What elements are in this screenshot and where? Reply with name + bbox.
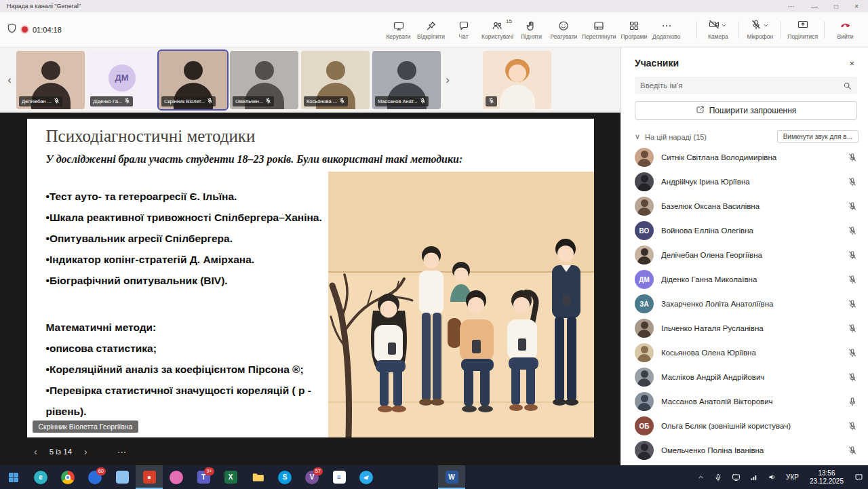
video-tile[interactable]: Омельчен... [230,51,298,109]
participant-row[interactable]: Массанов Анатолій Вікторович [621,389,868,414]
participant-row[interactable]: Ільченко Наталя Русланівна [621,316,868,340]
start-taskbar-icon[interactable] [0,465,27,489]
video-tile[interactable]: Массанов Анат... [372,51,441,109]
maximize-icon[interactable]: □ [834,3,838,10]
participant-row[interactable]: Косьянова Олена Юріївна [621,340,868,365]
tray-network-icon[interactable] [745,465,763,489]
slide-more-icon[interactable]: ⋯ [117,446,127,457]
participant-avatar [635,441,654,460]
participant-avatar [635,392,654,411]
mic-active-icon[interactable] [848,397,857,406]
folder-taskbar-icon[interactable] [244,465,271,489]
titlebar-more-icon[interactable]: ⋯ [788,3,795,10]
chrome-taskbar-icon[interactable] [54,465,81,489]
toolbar-manage-button[interactable]: Керувати [382,18,414,42]
toolbar-leave-button[interactable]: Вийти [829,18,861,42]
mic-muted-icon[interactable] [848,348,857,357]
video-tile[interactable] [483,51,551,109]
strip-next-icon[interactable]: › [442,73,453,87]
participant-row[interactable]: Андрійчук Ірина Юріївна [621,170,868,194]
language-indicator[interactable]: УКР [781,465,804,489]
toolbar-unpin-button[interactable]: Відкріпити [415,18,447,42]
skype-taskbar-icon[interactable]: S [271,465,298,489]
notepad-taskbar-icon[interactable]: ≡ [326,465,353,489]
mic-muted-icon[interactable] [848,299,857,309]
tray-mic-icon[interactable] [709,465,727,489]
toolbar-divider [781,21,781,39]
browser-taskbar-icon[interactable]: 60 [81,465,108,489]
panel-close-icon[interactable]: × [849,58,854,69]
tray-display-icon[interactable] [727,465,745,489]
chevron-down-icon[interactable] [763,22,769,28]
participant-row[interactable]: ВОВойнова Елліна Олегівна [621,218,868,243]
tray-volume-icon[interactable] [763,465,781,489]
participant-row[interactable]: Делічебан Олена Георгіївна [621,243,868,267]
mic-muted-icon[interactable] [848,250,857,260]
toolbar-react-button[interactable]: Реагувати [548,18,580,42]
tray-expand-icon[interactable] [692,465,709,489]
toolbar-apps-button[interactable]: Програми [618,18,650,42]
slide-prev-icon[interactable]: ‹ [34,446,37,457]
excel-taskbar-icon[interactable]: X [217,465,244,489]
strip-prev-icon[interactable]: ‹ [4,73,15,87]
mic-muted-icon[interactable] [848,421,857,431]
notification-center-icon[interactable] [850,465,868,489]
mic-muted-icon[interactable] [848,324,857,333]
search-input[interactable] [640,81,843,90]
paint-taskbar-icon[interactable] [163,465,190,489]
mic-muted-icon[interactable] [848,177,857,187]
mic-muted-icon[interactable] [848,153,857,162]
toolbar-raise-hand-button[interactable]: Підняти [515,18,547,42]
toolbar-more-button[interactable]: Додатково [650,18,682,42]
video-tile[interactable]: ДМДіденко Га... [87,51,156,109]
participant-row[interactable]: Базелюк Оксана Василівна [621,194,868,218]
toolbar-view-button[interactable]: Переглянути [580,18,617,42]
telegram-taskbar-icon[interactable] [353,465,380,489]
toolbar-share-button[interactable]: Поділитися [786,18,819,42]
mic-muted-icon[interactable] [848,446,857,455]
slide-next-icon[interactable]: › [84,446,87,457]
edge-taskbar-icon[interactable]: e [27,465,54,489]
mic-muted-icon[interactable] [848,201,857,211]
participants-panel-title: Учасники [635,58,679,69]
tray-clock[interactable]: 13:56 23.12.2025 [804,465,850,489]
teams-taskbar-icon[interactable]: T9+ [190,465,217,489]
video-strip: ‹ Делічебан ... ДМДіденко Га... Скрінник… [0,47,620,113]
minimize-icon[interactable]: — [811,3,818,10]
mic-muted-icon[interactable] [848,372,857,382]
toolbar-camera-button[interactable]: Камера [702,18,734,42]
notification-badge: 9+ [204,467,214,475]
word-taskbar-icon[interactable]: W [438,465,465,489]
search-icon[interactable] [843,81,852,90]
video-tile[interactable]: Косьянова ... [301,51,370,109]
participant-search[interactable] [635,77,857,94]
toolbar-mic-button[interactable]: Мікрофон [744,18,776,42]
participant-avatar [635,343,654,362]
toolbar-participants-button[interactable]: 15 Користувачі [480,18,515,42]
participant-avatar: ОБ [635,416,654,435]
slide-bullet: •Біографічний опитувальник (BIV). [46,270,343,291]
participant-row[interactable]: Ситнік Світлана Володимирівна [621,145,868,170]
chevron-down-icon[interactable] [721,22,727,28]
video-tile[interactable]: Скрінник Віолет... [159,51,227,109]
participant-row[interactable]: Омельченко Поліна Іванівна [621,438,868,463]
close-icon[interactable]: × [854,3,859,10]
mute-all-button[interactable]: Вимкнути звук для в... [777,130,859,143]
viber-taskbar-icon[interactable]: V57 [298,465,326,489]
mic-muted-icon[interactable] [848,226,857,235]
toolbar-button-label: Реагувати [551,33,578,40]
recorder-taskbar-icon[interactable]: ● [136,465,163,489]
mic-muted-icon [207,98,213,105]
participant-row[interactable]: ЗАЗахарченко Лоліта Анатоліївна [621,292,868,316]
share-invite-button[interactable]: Поширити запрошення [635,101,857,120]
participant-row[interactable]: Масліков Андрій Андрійович [621,365,868,389]
in-meeting-section[interactable]: ∨ На цій нараді (15) [635,132,707,141]
participant-row[interactable]: ДМДіденко Ганна Миколаївна [621,267,868,292]
mic-muted-icon[interactable] [848,275,857,284]
tile-name: Омельчен... [235,98,263,104]
toolbar-chat-button[interactable]: Чат [448,18,479,42]
participant-row[interactable]: ОБОльга Бєляк (зовнішній користувач) [621,414,868,438]
video-tile[interactable]: Делічебан ... [16,51,85,109]
photos-taskbar-icon[interactable] [108,465,136,489]
raise-hand-icon [526,20,536,32]
